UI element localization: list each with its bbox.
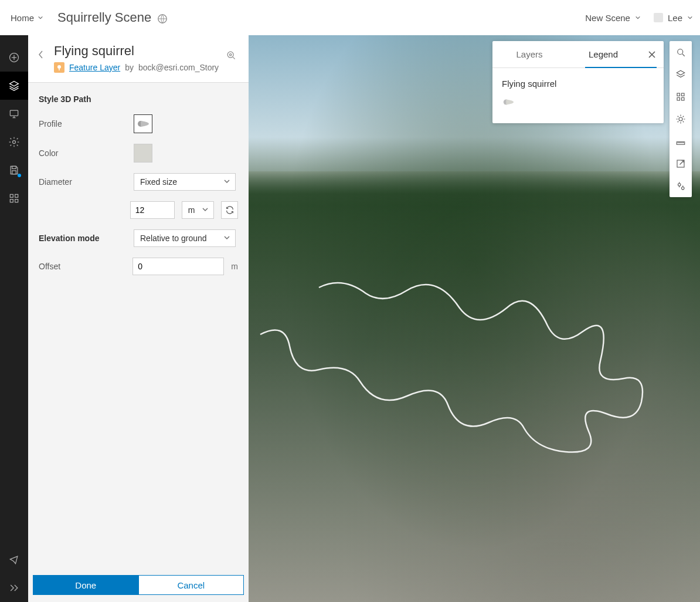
svg-rect-17 bbox=[682, 93, 685, 96]
legend-layer-name: Flying squirrel bbox=[502, 79, 654, 89]
profile-picker[interactable] bbox=[134, 114, 152, 133]
tab-layers[interactable]: Layers bbox=[492, 41, 566, 67]
svg-point-24 bbox=[682, 187, 685, 190]
tool-rail bbox=[670, 41, 692, 197]
color-picker[interactable] bbox=[134, 144, 152, 163]
rail-settings[interactable] bbox=[0, 128, 28, 156]
svg-point-11 bbox=[227, 52, 233, 58]
svg-rect-16 bbox=[677, 93, 680, 96]
offset-label: Offset bbox=[39, 262, 125, 271]
chevron-down-icon bbox=[202, 205, 209, 215]
style-panel: Flying squirrel Feature Layer by bock@es… bbox=[28, 35, 249, 602]
svg-rect-19 bbox=[682, 98, 685, 101]
rail-add[interactable] bbox=[0, 43, 28, 72]
recalculate-button[interactable] bbox=[221, 201, 238, 219]
home-menu[interactable]: Home bbox=[7, 13, 47, 23]
tool-layers[interactable] bbox=[670, 63, 692, 86]
layer-title: Flying squirrel bbox=[54, 43, 220, 59]
svg-rect-5 bbox=[12, 171, 16, 174]
avatar bbox=[654, 13, 663, 22]
tool-share[interactable] bbox=[670, 153, 692, 175]
rail-save[interactable] bbox=[0, 156, 28, 184]
tool-configure[interactable] bbox=[670, 175, 692, 197]
new-scene-menu[interactable]: New Scene bbox=[585, 13, 641, 23]
legend-symbol-icon bbox=[502, 97, 515, 107]
chevron-down-icon bbox=[223, 234, 230, 243]
scene-title: Squirrelly Scene bbox=[57, 10, 151, 25]
tool-daylight[interactable] bbox=[670, 108, 692, 130]
unsaved-indicator-icon bbox=[18, 174, 21, 177]
elevation-mode-select[interactable]: Relative to ground bbox=[134, 229, 236, 247]
scene-title-group: Squirrelly Scene bbox=[57, 10, 168, 25]
chevron-down-icon bbox=[223, 177, 230, 187]
close-button[interactable] bbox=[640, 50, 664, 59]
user-menu[interactable]: Lee bbox=[654, 13, 693, 23]
rail-collapse[interactable] bbox=[0, 574, 28, 602]
zoom-to-layer-button[interactable] bbox=[225, 43, 239, 63]
svg-rect-6 bbox=[10, 194, 13, 197]
svg-point-3 bbox=[13, 141, 16, 144]
diameter-value-input[interactable] bbox=[130, 201, 175, 219]
feature-layer-icon bbox=[54, 62, 64, 73]
diameter-unit-select[interactable]: m bbox=[182, 201, 214, 219]
new-scene-label: New Scene bbox=[585, 13, 630, 23]
svg-rect-8 bbox=[10, 199, 13, 202]
svg-rect-7 bbox=[15, 194, 18, 197]
legend-panel: Layers Legend Flying squirrel bbox=[492, 41, 664, 123]
rail-present[interactable] bbox=[0, 100, 28, 128]
app-header: Home Squirrelly Scene New Scene Lee bbox=[0, 0, 700, 35]
elevation-mode-value: Relative to ground bbox=[140, 234, 207, 243]
diameter-mode-value: Fixed size bbox=[140, 177, 177, 187]
left-rail bbox=[0, 35, 28, 602]
offset-value-input[interactable] bbox=[132, 258, 224, 275]
tool-basemap[interactable] bbox=[670, 86, 692, 108]
chevron-down-icon bbox=[635, 15, 641, 21]
diameter-label: Diameter bbox=[39, 177, 127, 187]
user-label: Lee bbox=[668, 13, 682, 23]
svg-rect-4 bbox=[12, 166, 16, 168]
scene-view[interactable]: Layers Legend Flying squirrel bbox=[249, 35, 700, 602]
diameter-mode-select[interactable]: Fixed size bbox=[134, 173, 236, 191]
rail-feedback[interactable] bbox=[0, 546, 28, 574]
rail-apps[interactable] bbox=[0, 184, 28, 212]
chevron-down-icon bbox=[38, 15, 43, 21]
svg-rect-2 bbox=[10, 110, 18, 116]
chevron-down-icon bbox=[687, 15, 693, 21]
color-label: Color bbox=[39, 148, 127, 158]
offset-unit: m bbox=[231, 262, 238, 271]
tool-measure[interactable] bbox=[670, 130, 692, 153]
profile-label: Profile bbox=[39, 119, 127, 128]
section-title: Style 3D Path bbox=[39, 94, 238, 104]
owner-label: bock@esri.com_Story bbox=[138, 63, 219, 72]
svg-point-12 bbox=[230, 54, 232, 56]
rail-layers[interactable] bbox=[0, 72, 28, 100]
svg-point-20 bbox=[679, 117, 682, 121]
svg-rect-9 bbox=[15, 199, 18, 202]
diameter-unit-value: m bbox=[188, 205, 195, 215]
tab-legend[interactable]: Legend bbox=[566, 41, 640, 67]
done-button[interactable]: Done bbox=[33, 575, 139, 595]
tab-indicator bbox=[585, 67, 657, 68]
home-label: Home bbox=[11, 13, 34, 23]
svg-point-15 bbox=[678, 49, 683, 55]
svg-rect-18 bbox=[677, 98, 680, 101]
elevation-mode-label: Elevation mode bbox=[39, 234, 127, 243]
panel-header: Flying squirrel Feature Layer by bock@es… bbox=[28, 35, 249, 83]
tool-search[interactable] bbox=[670, 41, 692, 63]
globe-icon bbox=[157, 12, 168, 23]
cancel-button[interactable]: Cancel bbox=[139, 575, 244, 595]
layer-type-link[interactable]: Feature Layer bbox=[69, 63, 120, 72]
svg-point-23 bbox=[678, 184, 681, 187]
back-button[interactable] bbox=[33, 43, 49, 60]
by-label: by bbox=[125, 63, 134, 72]
svg-point-10 bbox=[57, 65, 61, 69]
